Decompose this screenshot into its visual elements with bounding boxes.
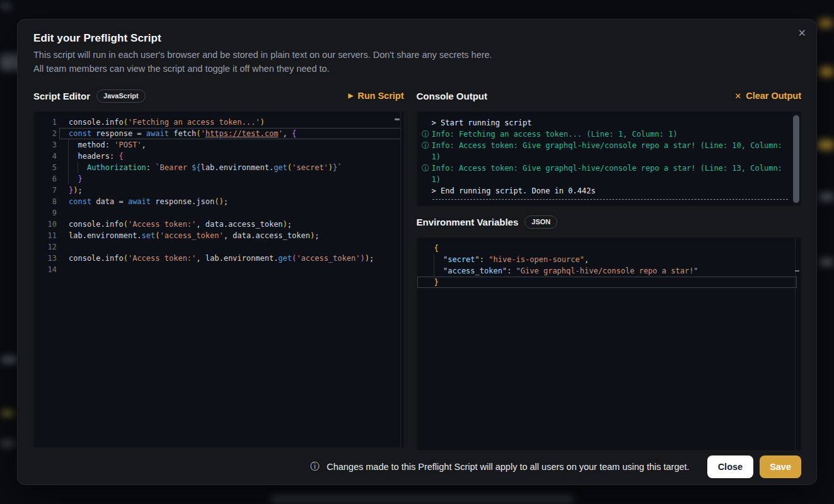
line-number: 6 xyxy=(34,173,59,185)
backdrop-blur xyxy=(820,258,833,266)
line-number: 10 xyxy=(34,219,59,230)
console-log-entry: > End running script. Done in 0.442s xyxy=(420,185,791,197)
indent-guide xyxy=(434,254,434,277)
console-entry-text: Info: Access token: Give graphql-hive/co… xyxy=(432,163,791,185)
preflight-script-modal: ✕ Edit your Preflight Script This script… xyxy=(17,19,817,485)
info-icon: ⓘ xyxy=(420,140,432,163)
clear-icon: ✕ xyxy=(734,92,741,100)
indent-guide xyxy=(78,162,78,173)
code-line[interactable]: 8const data = await response.json(); xyxy=(34,196,403,207)
backdrop-blur xyxy=(0,4,11,9)
line-number: 14 xyxy=(34,264,59,275)
play-icon: ▶ xyxy=(349,93,354,99)
console-info-entry: ⓘInfo: Access token: Give graphql-hive/c… xyxy=(420,140,791,163)
code-line[interactable]: { xyxy=(417,243,801,254)
code-line[interactable]: 11lab.environment.set('access_token', da… xyxy=(34,230,403,241)
run-script-button[interactable]: ▶ Run Script xyxy=(349,91,404,101)
line-number: 9 xyxy=(34,207,59,219)
line-number: 4 xyxy=(34,151,59,162)
save-button[interactable]: Save xyxy=(760,455,801,478)
backdrop-blur xyxy=(819,193,834,201)
overview-ruler-mark xyxy=(395,118,400,120)
environment-variables-editor[interactable]: { "secret": "hive-is-open-source", "acce… xyxy=(417,238,801,450)
line-number: 3 xyxy=(34,139,59,151)
script-editor[interactable]: 1console.info('Fetching an access token.… xyxy=(33,112,404,447)
backdrop-blur xyxy=(819,19,833,28)
clear-output-label: Clear Output xyxy=(746,91,801,101)
modal-description-line2: All team members can view the script and… xyxy=(33,62,801,76)
code-line[interactable]: 12 xyxy=(34,241,403,253)
overview-ruler-mark xyxy=(795,270,799,272)
close-button[interactable]: Close xyxy=(707,455,754,478)
modal-description-line1: This script will run in each user's brow… xyxy=(33,48,801,62)
line-number: 8 xyxy=(34,196,59,207)
code-line[interactable]: 13console.info('Access token:', lab.envi… xyxy=(34,253,403,264)
code-line[interactable]: 14 xyxy=(34,264,403,275)
console-output-panel: > Start running scriptⓘInfo: Fetching an… xyxy=(417,112,801,206)
footer-note: Changes made to this Preflight Script wi… xyxy=(327,462,689,472)
info-icon: ⓘ xyxy=(420,163,432,185)
language-badge: JavaScript xyxy=(96,89,146,103)
line-number: 2 xyxy=(34,128,59,139)
code-line[interactable]: 10console.info('Access token:', data.acc… xyxy=(34,219,403,230)
code-line[interactable]: "secret": "hive-is-open-source", xyxy=(417,254,801,265)
line-number: 5 xyxy=(34,162,59,173)
backdrop-blur xyxy=(818,140,834,150)
script-editor-title: Script Editor xyxy=(33,91,90,101)
clear-output-button[interactable]: ✕ Clear Output xyxy=(734,91,801,101)
code-line[interactable]: "access_token": "Give graphql-hive/conso… xyxy=(417,265,801,277)
code-line[interactable]: 2const response = await fetch('https://t… xyxy=(34,128,403,139)
environment-variables-title: Environment Variables xyxy=(417,217,519,227)
code-line[interactable]: 3 method: 'POST', xyxy=(34,139,403,151)
info-icon: ⓘ xyxy=(310,461,319,472)
backdrop-blur xyxy=(1,411,14,416)
console-icon-spacer xyxy=(420,117,432,129)
line-number: 7 xyxy=(34,185,59,196)
code-line[interactable]: } xyxy=(417,277,801,288)
code-line[interactable]: 9 xyxy=(34,207,403,219)
line-number: 13 xyxy=(34,253,59,264)
console-entry-text: Info: Access token: Give graphql-hive/co… xyxy=(432,140,791,163)
code-line[interactable]: 7}); xyxy=(34,185,403,196)
backdrop-blur xyxy=(1,357,18,363)
backdrop-blur xyxy=(0,441,15,446)
page-title: Edit your Preflight Script xyxy=(33,32,801,45)
console-entry-text: Info: Fetching an access token... (Line:… xyxy=(432,129,791,140)
line-number: 11 xyxy=(34,230,59,241)
console-icon-spacer xyxy=(420,185,432,197)
code-line[interactable]: 4 headers: { xyxy=(34,151,403,162)
json-badge: JSON xyxy=(524,215,557,229)
line-number: 1 xyxy=(34,117,59,128)
console-output-title: Console Output xyxy=(417,91,488,101)
indent-guide xyxy=(68,139,69,185)
code-line[interactable]: 5 Authorization: `Bearer ${lab.environme… xyxy=(34,162,403,173)
close-icon[interactable]: ✕ xyxy=(798,28,806,38)
run-script-label: Run Script xyxy=(357,91,403,101)
backdrop-blur xyxy=(271,495,574,503)
info-icon: ⓘ xyxy=(420,129,432,140)
console-log-entry: > Start running script xyxy=(420,117,791,129)
console-info-entry: ⓘInfo: Access token: Give graphql-hive/c… xyxy=(420,163,791,185)
console-entry-text: > End running script. Done in 0.442s xyxy=(432,185,791,197)
line-number: 12 xyxy=(34,241,59,253)
console-entry-text: > Start running script xyxy=(432,117,791,129)
console-separator xyxy=(432,199,788,203)
code-line[interactable]: 1console.info('Fetching an access token.… xyxy=(34,117,403,128)
backdrop-blur xyxy=(820,67,833,77)
console-info-entry: ⓘInfo: Fetching an access token... (Line… xyxy=(420,129,791,140)
code-line[interactable]: 6 } xyxy=(34,173,403,185)
console-scrollbar-thumb[interactable] xyxy=(793,115,799,203)
editor-scroll-rail xyxy=(400,112,401,447)
